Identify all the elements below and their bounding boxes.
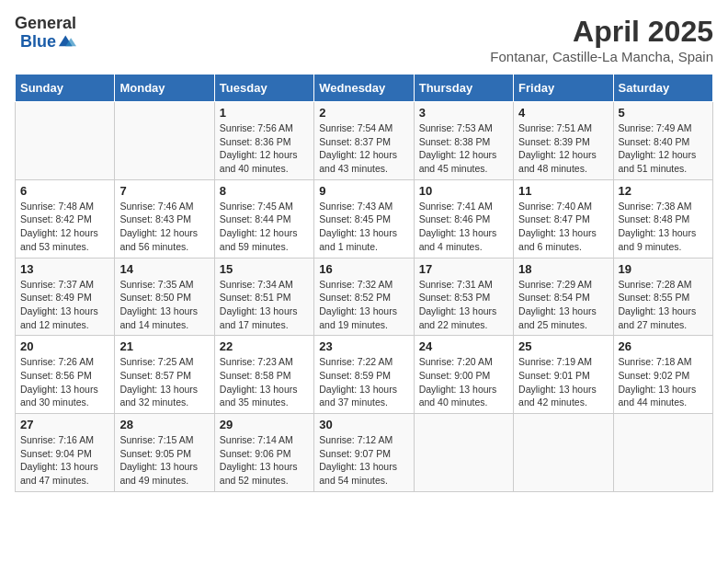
day-number: 18 bbox=[518, 262, 608, 276]
day-cell: 9Sunrise: 7:43 AMSunset: 8:45 PMDaylight… bbox=[314, 179, 414, 258]
col-header-sunday: Sunday bbox=[16, 75, 115, 102]
day-number: 27 bbox=[20, 418, 109, 431]
logo-icon bbox=[56, 31, 76, 52]
header: General Blue April 2025 Fontanar, Castil… bbox=[15, 15, 713, 64]
day-number: 1 bbox=[220, 106, 309, 120]
day-cell: 28Sunrise: 7:15 AMSunset: 9:05 PMDayligh… bbox=[115, 414, 214, 492]
subtitle: Fontanar, Castille-La Mancha, Spain bbox=[490, 49, 713, 64]
day-cell: 3Sunrise: 7:53 AMSunset: 8:38 PMDaylight… bbox=[414, 102, 513, 180]
day-number: 20 bbox=[20, 339, 109, 353]
day-info: Sunrise: 7:34 AMSunset: 8:51 PMDaylight:… bbox=[220, 278, 309, 332]
col-header-wednesday: Wednesday bbox=[314, 75, 414, 102]
day-cell: 13Sunrise: 7:37 AMSunset: 8:49 PMDayligh… bbox=[16, 258, 115, 336]
day-cell: 22Sunrise: 7:23 AMSunset: 8:58 PMDayligh… bbox=[214, 336, 313, 414]
day-cell: 8Sunrise: 7:45 AMSunset: 8:44 PMDaylight… bbox=[214, 179, 313, 258]
col-header-monday: Monday bbox=[115, 75, 214, 102]
day-number: 8 bbox=[220, 184, 309, 198]
day-cell: 11Sunrise: 7:40 AMSunset: 8:47 PMDayligh… bbox=[514, 179, 613, 258]
week-row-3: 13Sunrise: 7:37 AMSunset: 8:49 PMDayligh… bbox=[16, 258, 713, 336]
day-cell: 10Sunrise: 7:41 AMSunset: 8:46 PMDayligh… bbox=[414, 179, 513, 258]
day-info: Sunrise: 7:38 AMSunset: 8:48 PMDaylight:… bbox=[619, 200, 708, 254]
day-number: 13 bbox=[20, 262, 109, 276]
day-number: 4 bbox=[518, 106, 608, 120]
day-number: 14 bbox=[119, 262, 209, 276]
week-row-5: 27Sunrise: 7:16 AMSunset: 9:04 PMDayligh… bbox=[16, 414, 713, 492]
day-info: Sunrise: 7:25 AMSunset: 8:57 PMDaylight:… bbox=[119, 355, 209, 409]
day-info: Sunrise: 7:46 AMSunset: 8:43 PMDaylight:… bbox=[119, 200, 209, 254]
day-cell: 16Sunrise: 7:32 AMSunset: 8:52 PMDayligh… bbox=[314, 258, 414, 336]
day-info: Sunrise: 7:18 AMSunset: 9:02 PMDaylight:… bbox=[619, 355, 708, 409]
day-info: Sunrise: 7:35 AMSunset: 8:50 PMDaylight:… bbox=[119, 278, 209, 332]
day-cell: 29Sunrise: 7:14 AMSunset: 9:06 PMDayligh… bbox=[214, 414, 313, 492]
day-cell: 4Sunrise: 7:51 AMSunset: 8:39 PMDaylight… bbox=[514, 102, 613, 180]
day-cell: 27Sunrise: 7:16 AMSunset: 9:04 PMDayligh… bbox=[16, 414, 115, 492]
day-cell: 18Sunrise: 7:29 AMSunset: 8:54 PMDayligh… bbox=[514, 258, 613, 336]
day-info: Sunrise: 7:26 AMSunset: 8:56 PMDaylight:… bbox=[20, 355, 109, 409]
day-cell: 17Sunrise: 7:31 AMSunset: 8:53 PMDayligh… bbox=[414, 258, 513, 336]
day-number: 10 bbox=[419, 184, 508, 198]
day-cell: 2Sunrise: 7:54 AMSunset: 8:37 PMDaylight… bbox=[314, 102, 414, 180]
week-row-1: 1Sunrise: 7:56 AMSunset: 8:36 PMDaylight… bbox=[16, 102, 713, 180]
day-cell: 1Sunrise: 7:56 AMSunset: 8:36 PMDaylight… bbox=[214, 102, 313, 180]
day-cell: 21Sunrise: 7:25 AMSunset: 8:57 PMDayligh… bbox=[115, 336, 214, 414]
day-info: Sunrise: 7:14 AMSunset: 9:06 PMDaylight:… bbox=[220, 433, 309, 488]
day-number: 29 bbox=[220, 418, 309, 431]
day-number: 7 bbox=[119, 184, 209, 198]
day-info: Sunrise: 7:49 AMSunset: 8:40 PMDaylight:… bbox=[619, 121, 708, 176]
day-cell: 23Sunrise: 7:22 AMSunset: 8:59 PMDayligh… bbox=[314, 336, 414, 414]
col-header-thursday: Thursday bbox=[414, 75, 513, 102]
day-cell: 12Sunrise: 7:38 AMSunset: 8:48 PMDayligh… bbox=[613, 179, 712, 258]
day-cell: 14Sunrise: 7:35 AMSunset: 8:50 PMDayligh… bbox=[115, 258, 214, 336]
day-info: Sunrise: 7:53 AMSunset: 8:38 PMDaylight:… bbox=[419, 121, 508, 176]
day-info: Sunrise: 7:41 AMSunset: 8:46 PMDaylight:… bbox=[419, 200, 508, 254]
col-header-tuesday: Tuesday bbox=[214, 75, 313, 102]
day-number: 15 bbox=[220, 262, 309, 276]
logo-general-text: General bbox=[15, 15, 76, 31]
day-number: 11 bbox=[518, 184, 608, 198]
day-info: Sunrise: 7:43 AMSunset: 8:45 PMDaylight:… bbox=[319, 200, 408, 254]
day-cell: 6Sunrise: 7:48 AMSunset: 8:42 PMDaylight… bbox=[16, 179, 115, 258]
day-info: Sunrise: 7:54 AMSunset: 8:37 PMDaylight:… bbox=[319, 121, 408, 176]
calendar-table: SundayMondayTuesdayWednesdayThursdayFrid… bbox=[15, 74, 713, 492]
day-info: Sunrise: 7:16 AMSunset: 9:04 PMDaylight:… bbox=[20, 433, 109, 488]
day-info: Sunrise: 7:37 AMSunset: 8:49 PMDaylight:… bbox=[20, 278, 109, 332]
day-number: 24 bbox=[419, 339, 508, 353]
day-number: 28 bbox=[119, 418, 209, 431]
day-cell bbox=[16, 102, 115, 180]
day-number: 26 bbox=[619, 339, 708, 353]
day-number: 25 bbox=[518, 339, 608, 353]
day-cell: 19Sunrise: 7:28 AMSunset: 8:55 PMDayligh… bbox=[613, 258, 712, 336]
day-number: 23 bbox=[319, 339, 408, 353]
day-number: 6 bbox=[20, 184, 109, 198]
day-number: 9 bbox=[319, 184, 408, 198]
day-cell bbox=[414, 414, 513, 492]
day-info: Sunrise: 7:15 AMSunset: 9:05 PMDaylight:… bbox=[119, 433, 209, 488]
day-info: Sunrise: 7:51 AMSunset: 8:39 PMDaylight:… bbox=[518, 121, 608, 176]
day-info: Sunrise: 7:32 AMSunset: 8:52 PMDaylight:… bbox=[319, 278, 408, 332]
day-info: Sunrise: 7:22 AMSunset: 8:59 PMDaylight:… bbox=[319, 355, 408, 409]
day-number: 21 bbox=[119, 339, 209, 353]
day-cell: 7Sunrise: 7:46 AMSunset: 8:43 PMDaylight… bbox=[115, 179, 214, 258]
day-number: 19 bbox=[619, 262, 708, 276]
day-info: Sunrise: 7:12 AMSunset: 9:07 PMDaylight:… bbox=[319, 433, 408, 488]
day-info: Sunrise: 7:23 AMSunset: 8:58 PMDaylight:… bbox=[220, 355, 309, 409]
week-row-2: 6Sunrise: 7:48 AMSunset: 8:42 PMDaylight… bbox=[16, 179, 713, 258]
day-cell bbox=[613, 414, 712, 492]
day-info: Sunrise: 7:56 AMSunset: 8:36 PMDaylight:… bbox=[220, 121, 309, 176]
day-number: 22 bbox=[220, 339, 309, 353]
day-number: 16 bbox=[319, 262, 408, 276]
day-cell: 5Sunrise: 7:49 AMSunset: 8:40 PMDaylight… bbox=[613, 102, 712, 180]
logo: General Blue bbox=[15, 15, 76, 52]
week-row-4: 20Sunrise: 7:26 AMSunset: 8:56 PMDayligh… bbox=[16, 336, 713, 414]
day-info: Sunrise: 7:45 AMSunset: 8:44 PMDaylight:… bbox=[220, 200, 309, 254]
day-info: Sunrise: 7:28 AMSunset: 8:55 PMDaylight:… bbox=[619, 278, 708, 332]
day-info: Sunrise: 7:40 AMSunset: 8:47 PMDaylight:… bbox=[518, 200, 608, 254]
day-cell: 25Sunrise: 7:19 AMSunset: 9:01 PMDayligh… bbox=[514, 336, 613, 414]
day-cell: 15Sunrise: 7:34 AMSunset: 8:51 PMDayligh… bbox=[214, 258, 313, 336]
day-number: 17 bbox=[419, 262, 508, 276]
day-number: 5 bbox=[619, 106, 708, 120]
day-cell: 24Sunrise: 7:20 AMSunset: 9:00 PMDayligh… bbox=[414, 336, 513, 414]
day-cell bbox=[115, 102, 214, 180]
col-header-saturday: Saturday bbox=[613, 75, 712, 102]
day-info: Sunrise: 7:19 AMSunset: 9:01 PMDaylight:… bbox=[518, 355, 608, 409]
